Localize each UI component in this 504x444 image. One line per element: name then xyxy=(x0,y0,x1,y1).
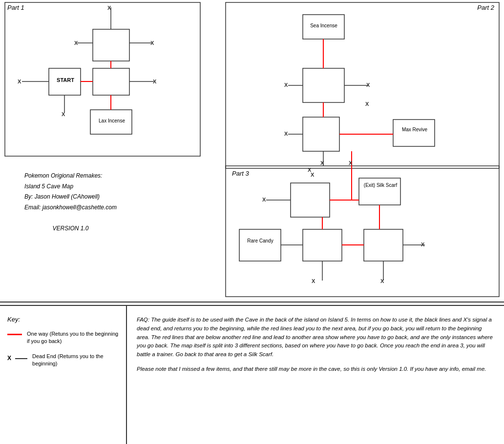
info-author: By: Jason Howell (CAhowell) xyxy=(24,192,117,202)
part1-label: Part 1 xyxy=(7,4,24,11)
faq-paragraph-1: FAQ: The guide itself is to be used with… xyxy=(137,316,494,359)
key-title: Key: xyxy=(7,316,119,323)
faq-paragraph-2: Please note that I missed a few items, a… xyxy=(137,365,494,374)
start-room-label: START xyxy=(50,77,81,83)
info-email: Email: jasonkhowell@cashette.com xyxy=(24,202,117,213)
black-line-key-item: X Dead End (Returns you to the beginning… xyxy=(7,353,119,368)
svg-rect-19 xyxy=(393,120,435,146)
svg-rect-3 xyxy=(93,29,129,61)
svg-rect-31 xyxy=(364,229,403,261)
x-marker: X xyxy=(262,197,266,202)
red-line-key-icon xyxy=(7,334,22,335)
x-marker: X xyxy=(153,79,156,84)
svg-rect-1 xyxy=(226,2,499,168)
svg-rect-18 xyxy=(303,117,339,151)
map-info: Pokemon Origional Remakes: Island 5 Cave… xyxy=(24,171,117,234)
max-revive-label: Max Revive xyxy=(395,127,435,132)
bottom-section: Key: One way (Retuns you to the beginnin… xyxy=(0,305,504,444)
part2-label: Part 2 xyxy=(477,4,494,11)
silk-scarf-label: (Exit) Silk Scarf xyxy=(360,182,400,189)
svg-rect-32 xyxy=(239,229,281,261)
x-marker: X xyxy=(107,5,111,11)
info-title: Pokemon Origional Remakes: xyxy=(24,171,117,182)
svg-rect-17 xyxy=(303,68,344,102)
x-marker: X xyxy=(62,111,65,117)
black-line-key-desc: Dead End (Returns you to the beginning) xyxy=(32,353,119,368)
svg-rect-0 xyxy=(5,2,200,156)
x-marker: X xyxy=(311,172,314,178)
red-line-key-item: One way (Retuns you to the beginning if … xyxy=(7,330,119,345)
svg-rect-30 xyxy=(303,229,342,261)
info-version: VERSION 1.0 xyxy=(24,223,117,234)
x-marker: X xyxy=(421,242,424,247)
rare-candy-label: Rare Candy xyxy=(240,238,280,243)
red-line-key-desc: One way (Retuns you to the beginning if … xyxy=(27,330,119,345)
x-marker: X xyxy=(74,40,78,46)
x-marker: X xyxy=(150,40,154,46)
x-marker: X xyxy=(284,131,288,137)
faq-section: FAQ: The guide itself is to be used with… xyxy=(127,306,504,444)
black-line-key-icon xyxy=(15,358,27,359)
x-marker: X xyxy=(365,101,369,107)
x-marker: X xyxy=(380,278,384,284)
map-container: Part 1 Part 2 Part 3 START Lax Incense S… xyxy=(0,0,504,303)
x-marker: X xyxy=(349,160,352,166)
lax-incense-label: Lax Incense xyxy=(92,118,132,123)
x-marker: X xyxy=(312,278,315,284)
sea-incense-label: Sea Incense xyxy=(304,23,344,28)
svg-rect-5 xyxy=(93,68,129,95)
key-section: Key: One way (Retuns you to the beginnin… xyxy=(0,306,127,444)
info-subtitle: Island 5 Cave Map xyxy=(24,182,117,192)
x-marker: X xyxy=(366,82,370,88)
x-marker: X xyxy=(320,160,324,166)
x-marker: X xyxy=(284,82,288,88)
part3-label: Part 3 xyxy=(232,170,249,177)
svg-rect-28 xyxy=(291,183,330,217)
x-key-icon: X xyxy=(7,355,11,362)
x-marker: X xyxy=(18,79,21,84)
